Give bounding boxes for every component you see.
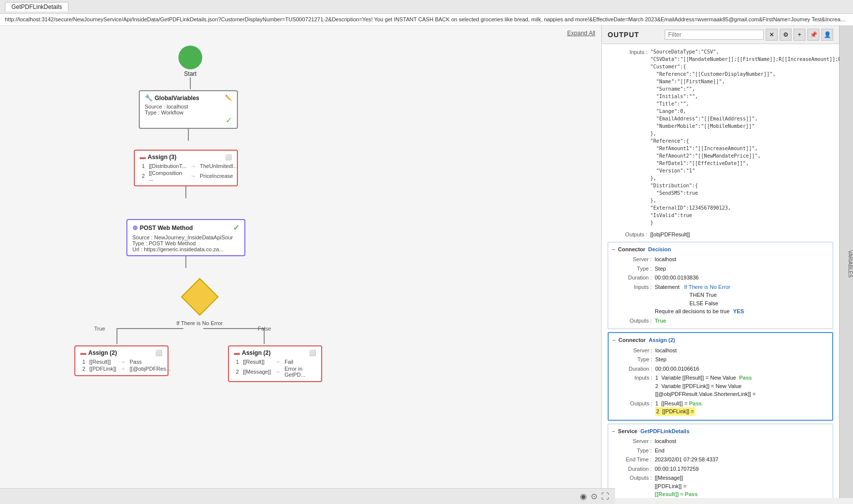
assign2-right-node: ▬ Assign (2) ⬜ 1 [[Result]] → Fail [228,345,322,382]
a2-type: Step [655,355,828,364]
assign2-left-r1-val: Pass [128,358,173,365]
webmethod-check-icon: ✓ [233,223,239,232]
service-section: − Service GetPDFLinkDetails Server : loc… [608,424,833,499]
svc-endtime: 2023/02/01 07:29:58.4337 [655,455,829,464]
decision-diamond[interactable] [180,278,218,316]
a2-inputs-label: Inputs : [613,374,652,398]
outputs-value-top: [[objPDFResult]] [650,230,833,239]
zoom-fit-button[interactable]: ◉ [580,492,587,498]
assign2-right-r1-val: Fail [283,358,316,365]
assign3-row1-num: 1 [140,163,147,169]
dec-server: localhost [655,255,829,264]
globalvars-source: Source : localhost [145,104,232,110]
decision-connector-name: Decision [648,245,671,254]
decision-node: If There is No Error [176,279,223,326]
dec-server-label: Server : [612,255,652,264]
svc-output-line3: [[Result]] = Pass [655,490,698,498]
output-title: OUTPUT [608,31,639,39]
svc-outputs-label: Outputs : [612,474,652,498]
true-label: True [94,326,105,332]
assign2-right-r1-num: 1 [234,358,241,365]
connector-line [190,77,191,89]
assign2-connector-label: Connector [619,336,646,344]
service-label: Service [618,427,637,436]
assign2-right-r2-var: [[Message]] [241,365,273,378]
webmethod-url: Url : https://generic.insidedata.co.za..… [132,246,239,252]
assign2-right-r1-var: [[Result]] [241,358,273,365]
service-toggle[interactable]: − [612,428,615,435]
dec-statement-line3: ELSE False [689,300,718,306]
connector-line-3 [185,186,186,198]
connector-line-4 [185,256,186,268]
assign2-left-node: ▬ Assign (2) ⬜ 1 [[Result]] → Pass [74,345,169,376]
assign2-toggle[interactable]: − [613,336,616,344]
assign3-minimize-icon[interactable]: ⬜ [225,154,232,160]
dec-type: Step [655,265,829,273]
globalvars-icon: 🔧 [145,94,153,102]
decision-connector-label: Connector [618,245,645,254]
dec-require-label: Require all decisions to be true [655,308,730,314]
sidebar-label: VARIABLES [848,250,853,278]
decision-toggle[interactable]: − [612,246,615,253]
svc-type: End [655,447,829,455]
assign2-left-r2-num: 2 [80,365,87,372]
assign2-section: − Connector Assign (2) Server : localhos… [608,332,833,421]
a2-output-line2-highlight: 2 [[PDFLink]] = [655,407,702,416]
output-content: Inputs : "SourceDataType":"CSV", "CSVDat… [602,44,839,498]
zoom-reset-button[interactable]: ⊙ [591,492,597,498]
filter-input[interactable] [665,30,764,40]
globalvars-node: 🔧 GlobalVariables ✏️ Source : localhost … [139,90,238,141]
dec-outputs-label: Outputs : [612,317,652,325]
output-user-button[interactable]: 👤 [821,29,833,41]
output-settings-button[interactable]: ⚙ [780,29,792,41]
assign2-right-r2-num: 2 [234,365,241,378]
dec-type-label: Type : [612,265,652,273]
assign3-node: ▬ Assign (3) ⬜ 1 [[DistributionT... [134,150,238,198]
dec-require-value: YES [733,308,744,314]
output-clear-button[interactable]: ✕ [766,29,778,41]
assign2-right-minimize[interactable]: ⬜ [309,349,316,356]
a2-outputs-label: Outputs : [613,399,652,416]
a2-server: localhost [655,346,828,355]
assign3-title: Assign (3) [148,154,176,161]
assign2-left-r1-var: [[Result]] [87,358,118,365]
tab-getpdf[interactable]: GetPDFLinkDetails [5,2,68,11]
globalvars-edit-icon[interactable]: ✏️ [225,95,232,101]
inputs-json: "SourceDataType":"CSV", "CSVData":"[[Man… [650,48,839,226]
svc-output-line2: [[PDFLink]] = [655,482,698,491]
webmethod-title: POST Web Method [140,224,193,231]
svc-type-label: Type : [612,447,652,455]
dec-outputs-value: True [655,317,829,325]
svc-duration: 00:00:10.1707259 [655,465,829,473]
assign3-row2-var: [[Composition ... [147,169,188,182]
svc-server: localhost [655,437,829,446]
dec-statement-line2: THEN True [689,292,717,298]
assign2-connector-name: Assign (2) [649,336,675,344]
inputs-label: Inputs : [608,48,647,226]
a2-output-line1: 1 [[Result]] = Pass [655,399,702,408]
output-pin-button[interactable]: 📌 [807,29,819,41]
assign3-icon: ▬ [140,154,146,161]
dec-statement-line1[interactable]: If There is No Error [684,284,730,290]
assign2-left-minimize[interactable]: ⬜ [155,349,163,356]
expand-all-button[interactable]: Expand All [567,30,595,37]
a2-type-label: Type : [613,355,652,364]
assign3-row2-arrow: → [188,169,198,182]
output-header: OUTPUT ✕ ⚙ + 📌 👤 [602,26,839,44]
webmethod-source: Source : NewJourney_InsideDataApiSour [132,234,239,240]
decision-section: − Connector Decision Server : localhost … [608,242,833,330]
inputs-section: Inputs : "SourceDataType":"CSV", "CSVDat… [608,48,833,226]
dec-duration-label: Duration : [612,274,652,282]
svc-duration-label: Duration : [612,465,652,473]
topbar: GetPDFLinkDetails [0,0,853,14]
assign3-row2-val: PriceIncrease [198,169,240,182]
dec-statement-label: Statement [655,284,680,290]
a2-input-line1: 1 Variable [[Result]] = New Value Pass [655,374,828,382]
canvas-area: Expand All Start 🔧 GlobalVariables ✏️ [0,26,601,498]
assign2-left-r2-val: [[@objPDFRes... [128,365,173,372]
output-add-button[interactable]: + [794,29,805,41]
svc-endtime-label: End Time : [612,455,652,464]
assign2-left-r2-var: [[PDFLink]] [87,365,118,372]
dec-duration: 00:00:00.0193836 [655,274,829,282]
svc-output-line1: [[Message]] [655,474,698,482]
